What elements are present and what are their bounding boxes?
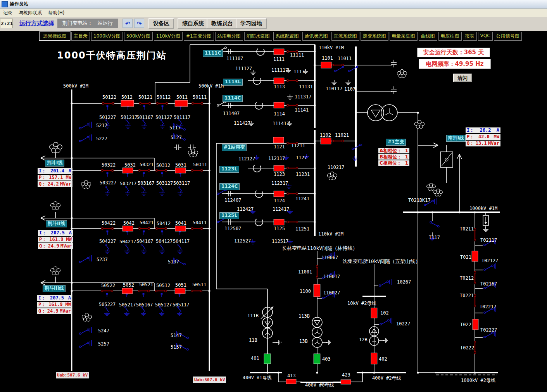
tab-10[interactable]: 直流系统图: [331, 32, 359, 41]
menu-item-2[interactable]: 帮助(H): [45, 9, 67, 17]
isolator-switch[interactable]: [287, 80, 298, 82]
isolator-switch[interactable]: [101, 290, 113, 292]
breaker-open[interactable]: [264, 354, 271, 364]
isolator-switch[interactable]: [155, 290, 167, 292]
breaker-closed[interactable]: [286, 379, 296, 384]
breaker-closed[interactable]: [273, 137, 284, 143]
tab-12[interactable]: 电量采集图: [390, 32, 418, 41]
tab-16[interactable]: VQC: [478, 32, 493, 41]
line-tag[interactable]: 荆斗III线: [43, 285, 66, 292]
line-tag[interactable]: 荆斗I线: [45, 160, 64, 167]
toolbar-button-0[interactable]: 设备区: [148, 18, 174, 29]
disconnector-icon[interactable]: [79, 340, 91, 347]
disconnector-icon[interactable]: [79, 327, 91, 334]
breaker-closed[interactable]: [274, 49, 284, 55]
isolator-switch[interactable]: [102, 170, 114, 172]
breaker-closed[interactable]: [175, 100, 188, 107]
isolator-switch[interactable]: [332, 140, 344, 142]
breaker-closed[interactable]: [472, 251, 478, 261]
toolbar-button-1[interactable]: 综自系统: [178, 18, 209, 29]
breaker-closed[interactable]: [175, 226, 186, 231]
tab-7[interactable]: 消防水泵图: [244, 32, 272, 41]
run-mode-button[interactable]: 运行方式选择: [17, 19, 57, 28]
isolator-switch[interactable]: [192, 103, 203, 105]
tab-15[interactable]: 报表: [463, 32, 477, 41]
breaker-closed[interactable]: [175, 288, 185, 294]
breaker-closed[interactable]: [473, 319, 478, 330]
bay-tag[interactable]: #1站用变: [222, 144, 247, 151]
bay-tag[interactable]: 1123L: [219, 166, 239, 173]
isolator-switch[interactable]: [157, 103, 168, 105]
tab-14[interactable]: 电压柱图: [438, 32, 462, 41]
menu-item-0[interactable]: 记录: [0, 9, 16, 17]
isolator-switch[interactable]: [192, 228, 203, 230]
isolator-switch[interactable]: [332, 64, 344, 66]
tab-1[interactable]: 主目录: [71, 32, 90, 41]
isolator-switch[interactable]: [139, 228, 150, 230]
isolator-switch[interactable]: [287, 105, 298, 107]
isolator-switch[interactable]: [474, 229, 476, 241]
disconnector-icon[interactable]: [79, 134, 91, 142]
isolator-switch[interactable]: [474, 295, 476, 307]
breaker-closed[interactable]: [123, 226, 133, 231]
tab-2[interactable]: 1000kV分图: [91, 32, 123, 41]
isolator-switch[interactable]: [192, 170, 203, 172]
disconnector-icon[interactable]: [380, 318, 392, 325]
breaker-closed[interactable]: [274, 219, 284, 225]
disconnector-icon[interactable]: [484, 263, 496, 270]
breaker-closed[interactable]: [274, 78, 284, 84]
breaker-closed[interactable]: [321, 62, 331, 68]
tab-13[interactable]: 曲线图: [419, 32, 437, 41]
isolator-switch[interactable]: [156, 228, 167, 230]
tab-6[interactable]: 站用电分图: [215, 32, 243, 41]
breaker-closed[interactable]: [175, 168, 186, 173]
breaker-closed[interactable]: [341, 380, 351, 384]
toolbar-button-2[interactable]: 教练员台: [207, 18, 238, 29]
disconnector-icon[interactable]: [430, 219, 440, 230]
breaker-closed[interactable]: [121, 100, 134, 107]
breaker-closed[interactable]: [274, 191, 284, 197]
redo-icon[interactable]: ↷: [134, 19, 144, 28]
tab-0[interactable]: 远景接线图: [39, 32, 70, 41]
tab-3[interactable]: 500kV分图: [124, 32, 153, 41]
isolator-switch[interactable]: [102, 103, 114, 105]
disconnector-icon[interactable]: [79, 122, 91, 129]
tab-8[interactable]: 系统配置图: [273, 32, 301, 41]
breaker-closed[interactable]: [314, 284, 320, 297]
breaker-open[interactable]: [314, 354, 320, 364]
isolator-switch[interactable]: [287, 193, 298, 195]
isolator-switch[interactable]: [102, 228, 114, 230]
isolator-switch[interactable]: [139, 170, 150, 172]
disconnector-icon[interactable]: [79, 255, 91, 263]
tab-4[interactable]: 110kV分图: [154, 32, 183, 41]
transformer-tag[interactable]: #1主变: [386, 139, 406, 146]
isolator-switch[interactable]: [191, 290, 202, 292]
disconnector-icon[interactable]: [335, 66, 344, 72]
disconnector-icon[interactable]: [379, 279, 391, 286]
breaker-closed[interactable]: [123, 168, 133, 173]
breaker-closed[interactable]: [371, 353, 377, 364]
menu-item-1[interactable]: 与教师联系: [16, 9, 45, 17]
bay-tag[interactable]: 1114C: [223, 95, 243, 102]
isolator-switch[interactable]: [140, 103, 151, 105]
bay-tag[interactable]: 1111C: [203, 50, 223, 57]
isolator-switch[interactable]: [474, 272, 476, 284]
bay-tag[interactable]: 1113L: [223, 79, 243, 86]
toolbar-button-3[interactable]: 学习园地: [236, 18, 267, 29]
isolator-switch[interactable]: [287, 221, 298, 223]
isolator-switch[interactable]: [138, 290, 150, 292]
breaker-closed[interactable]: [274, 165, 284, 171]
bay-tag[interactable]: 1124C: [219, 183, 240, 190]
breaker-closed[interactable]: [122, 288, 133, 294]
isolator-switch[interactable]: [474, 341, 476, 354]
line-tag[interactable]: 南荆I线: [446, 135, 466, 142]
tab-5[interactable]: #1主变分图: [184, 32, 214, 41]
tab-17[interactable]: 公用信号图: [494, 32, 522, 41]
isolator-switch[interactable]: [287, 167, 298, 169]
tab-11[interactable]: 逆变系统图: [361, 32, 388, 41]
undo-icon[interactable]: ↶: [123, 19, 133, 28]
isolator-switch[interactable]: [316, 266, 318, 279]
bay-tag[interactable]: 1125L: [219, 212, 239, 219]
clear-flash-button[interactable]: 清闪: [453, 74, 472, 82]
breaker-closed[interactable]: [274, 102, 284, 108]
